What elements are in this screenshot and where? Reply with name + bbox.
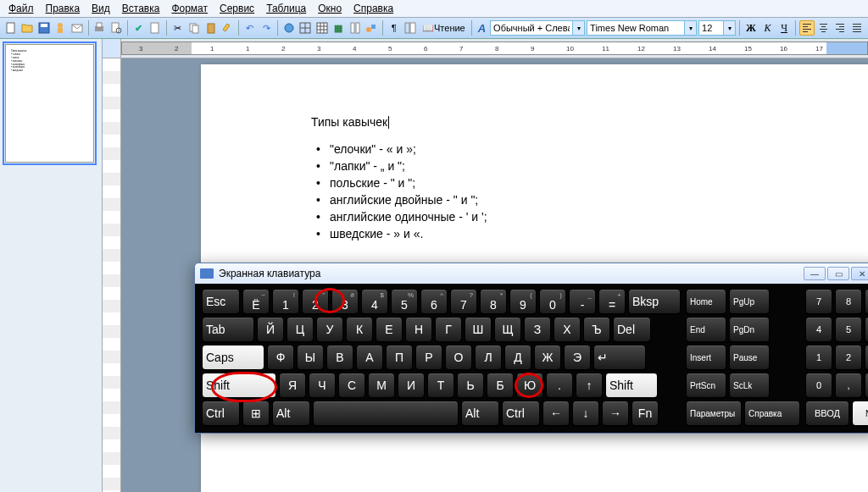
numpad-8[interactable]: 8 <box>835 289 862 314</box>
reading-layout-button[interactable]: 📖 Чтение <box>420 23 468 34</box>
key-з[interactable]: З <box>524 317 551 342</box>
menu-window[interactable]: Окно <box>318 3 342 14</box>
key-с[interactable]: С <box>338 373 365 398</box>
key-ь[interactable]: Ь <box>457 373 484 398</box>
size-input[interactable] <box>698 20 724 36</box>
print-icon[interactable] <box>92 20 108 36</box>
key-в[interactable]: В <box>326 345 353 370</box>
key-ъ[interactable]: Ъ <box>583 317 610 342</box>
numpad-2[interactable]: 2 <box>835 345 862 370</box>
key-х[interactable]: Х <box>554 317 581 342</box>
open-icon[interactable] <box>20 20 36 36</box>
key-6[interactable]: ^6 <box>420 289 448 314</box>
key-р[interactable]: Р <box>415 345 442 370</box>
numpad-enter[interactable]: ВВОД <box>805 401 849 426</box>
numpad-5[interactable]: 5 <box>835 317 862 342</box>
new-doc-icon[interactable] <box>3 20 19 36</box>
key-del[interactable]: Del <box>613 317 651 342</box>
numpad-9[interactable]: 9 <box>865 289 868 314</box>
mail-icon[interactable] <box>70 20 85 36</box>
underline-button[interactable]: Ч <box>776 20 792 36</box>
menu-table[interactable]: Таблица <box>266 3 306 14</box>
font-input[interactable] <box>587 20 685 36</box>
menu-edit[interactable]: Правка <box>46 3 81 14</box>
key-→[interactable]: → <box>602 401 629 426</box>
align-left-button[interactable] <box>799 20 815 36</box>
align-center-button[interactable] <box>816 20 832 36</box>
page-thumbnail[interactable]: Типы кавычек• елочки• лапки• польские• а… <box>5 44 94 163</box>
key-э[interactable]: Э <box>564 345 591 370</box>
bold-button[interactable]: Ж <box>743 20 759 36</box>
key-←[interactable]: ← <box>542 401 570 426</box>
key-pause[interactable]: Pause <box>729 345 770 370</box>
key-pgdn[interactable]: PgDn <box>729 317 770 342</box>
drawing-icon[interactable] <box>364 20 379 36</box>
key-1[interactable]: !1 <box>272 289 299 314</box>
numpad-0[interactable]: 0 <box>805 373 832 398</box>
key-end[interactable]: End <box>686 317 726 342</box>
key-д[interactable]: Д <box>504 345 531 370</box>
cut-icon[interactable]: ✂ <box>170 20 186 36</box>
preview-icon[interactable] <box>108 20 124 36</box>
key-space[interactable] <box>313 401 459 426</box>
key-и[interactable]: И <box>398 373 425 398</box>
key-prtscn[interactable]: PrtScn <box>686 373 726 398</box>
font-combo[interactable]: ▾ <box>587 20 697 36</box>
key-shift[interactable]: Shift <box>605 373 658 398</box>
key-ctrl[interactable]: Ctrl <box>502 401 540 426</box>
key-↓[interactable]: ↓ <box>572 401 599 426</box>
menu-tools[interactable]: Сервис <box>220 3 254 14</box>
redo-icon[interactable]: ↷ <box>259 20 274 36</box>
close-button[interactable]: ✕ <box>851 267 868 280</box>
key--[interactable]: _- <box>569 289 596 314</box>
numpad-,[interactable]: , <box>835 373 862 398</box>
size-combo[interactable]: ▾ <box>698 20 736 36</box>
key-параметры[interactable]: Параметры <box>686 401 742 426</box>
italic-button[interactable]: К <box>760 20 776 36</box>
key-↵[interactable]: ↵ <box>593 345 646 370</box>
key-й[interactable]: Й <box>257 317 284 342</box>
format-painter-icon[interactable] <box>220 20 235 36</box>
key-sclk[interactable]: ScLk <box>729 373 770 398</box>
style-combo[interactable]: ▾ <box>490 20 585 36</box>
spellcheck-icon[interactable]: ✔ <box>131 20 147 36</box>
key-ж[interactable]: Ж <box>534 345 561 370</box>
key-а[interactable]: А <box>356 345 383 370</box>
numpad-1[interactable]: 1 <box>805 345 832 370</box>
key-ш[interactable]: Ш <box>465 317 492 342</box>
menu-format[interactable]: Формат <box>171 3 208 14</box>
show-formatting-icon[interactable]: ¶ <box>387 20 402 36</box>
key-ы[interactable]: Ы <box>297 345 324 370</box>
vertical-ruler[interactable] <box>103 39 121 492</box>
key-4[interactable]: $4 <box>361 289 388 314</box>
key-⊞[interactable]: ⊞ <box>242 401 270 426</box>
numlock-key[interactable]: NUMLOCK <box>852 401 868 426</box>
key-ф[interactable]: Ф <box>267 345 294 370</box>
menu-help[interactable]: Справка <box>353 3 393 14</box>
save-icon[interactable] <box>36 20 52 36</box>
key-9[interactable]: (9 <box>509 289 537 314</box>
undo-icon[interactable]: ↶ <box>242 20 258 36</box>
numpad-+[interactable]: + <box>865 373 868 398</box>
key-л[interactable]: Л <box>475 345 502 370</box>
paste-icon[interactable] <box>203 20 219 36</box>
key-pgup[interactable]: PgUp <box>729 289 770 314</box>
maximize-button[interactable]: ▭ <box>827 267 849 280</box>
key-о[interactable]: О <box>445 345 472 370</box>
key-3[interactable]: #3 <box>331 289 359 314</box>
key-ц[interactable]: Ц <box>287 317 314 342</box>
key-м[interactable]: М <box>368 373 395 398</box>
align-justify-button[interactable] <box>849 20 865 36</box>
key-caps[interactable]: Caps <box>202 345 264 370</box>
tables-borders-icon[interactable] <box>298 20 313 36</box>
permission-icon[interactable] <box>53 20 69 36</box>
key-↑[interactable]: ↑ <box>576 373 603 398</box>
key-shift[interactable]: Shift <box>202 373 276 398</box>
osk-titlebar[interactable]: Экранная клавиатура — ▭ ✕ <box>195 263 868 284</box>
doc-map-icon[interactable] <box>403 20 419 36</box>
key-у[interactable]: У <box>316 317 343 342</box>
size-dropdown-button[interactable]: ▾ <box>724 20 736 36</box>
key-справка[interactable]: Справка <box>744 401 800 426</box>
copy-icon[interactable] <box>186 20 202 36</box>
minimize-button[interactable]: — <box>804 267 826 280</box>
